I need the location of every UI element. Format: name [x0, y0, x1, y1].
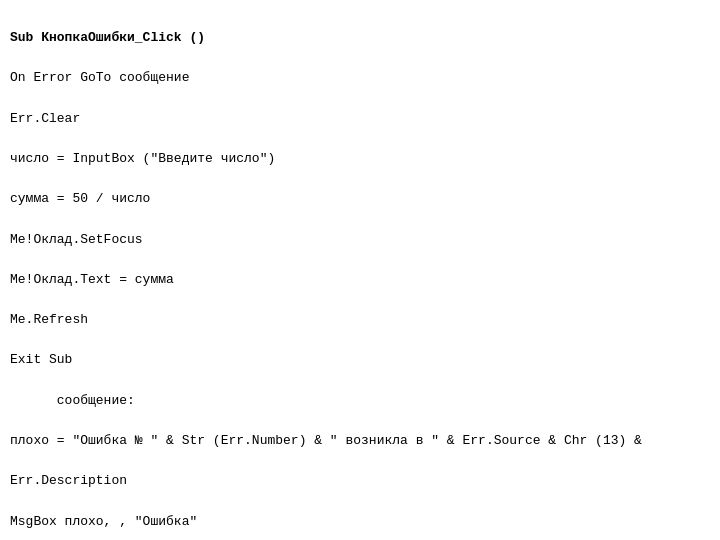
line4: число = InputBox ("Введите число")	[10, 151, 275, 166]
line11: плохо = "Ошибка № " & Str (Err.Number) &…	[10, 433, 642, 448]
line1: Sub КнопкаОшибки_Click ()	[10, 30, 205, 45]
line2: On Error GoTo сообщение	[10, 70, 189, 85]
line9: Exit Sub	[10, 352, 72, 367]
line10: сообщение:	[10, 393, 135, 408]
line3: Err.Clear	[10, 111, 80, 126]
line12: Err.Description	[10, 473, 127, 488]
line13: MsgBox плохо, , "Ошибка"	[10, 514, 197, 529]
code-container: Sub КнопкаОшибки_Click () On Error GoTo …	[10, 8, 710, 540]
line8: Me.Refresh	[10, 312, 88, 327]
line6: Ме!Оклад.SetFocus	[10, 232, 143, 247]
line5: сумма = 50 / число	[10, 191, 150, 206]
line7: Ме!Оклад.Text = сумма	[10, 272, 174, 287]
